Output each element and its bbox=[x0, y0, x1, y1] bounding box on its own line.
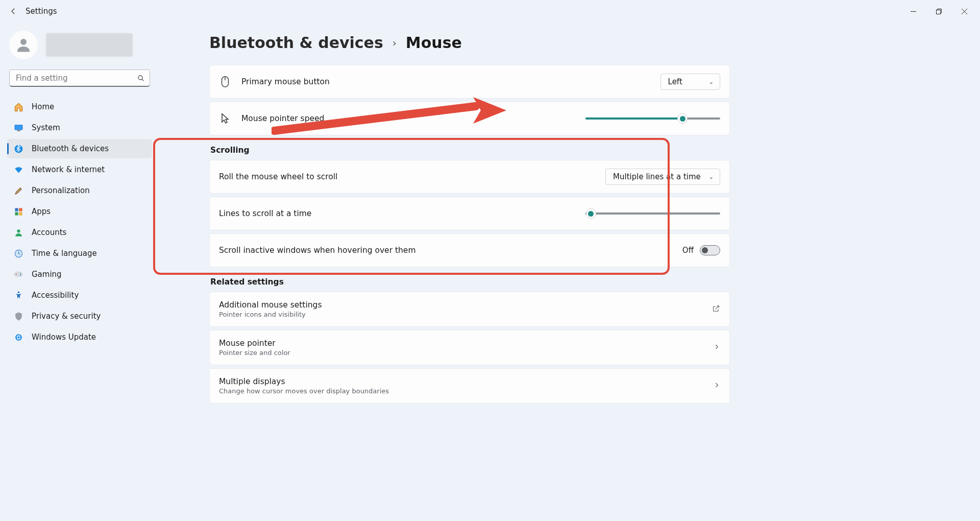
sidebar-item-label: Time & language bbox=[32, 249, 97, 258]
link-label: Additional mouse settings bbox=[219, 300, 712, 310]
wifi-icon bbox=[13, 164, 23, 175]
back-button[interactable] bbox=[4, 2, 22, 20]
setting-label: Roll the mouse wheel to scroll bbox=[219, 172, 605, 181]
setting-label: Primary mouse button bbox=[241, 77, 660, 86]
sidebar-item-label: System bbox=[32, 123, 60, 132]
search-container bbox=[9, 69, 150, 87]
sidebar-item-gaming[interactable]: Gaming bbox=[7, 265, 152, 284]
shield-icon bbox=[13, 311, 23, 321]
maximize-button[interactable] bbox=[927, 3, 950, 19]
lines-scroll-slider[interactable] bbox=[585, 208, 720, 219]
sidebar-item-apps[interactable]: Apps bbox=[7, 202, 152, 221]
sidebar: Home System Bluetooth & devices Network … bbox=[0, 22, 158, 521]
svg-rect-14 bbox=[19, 212, 22, 215]
toggle-state-label: Off bbox=[682, 246, 694, 255]
sidebar-item-home[interactable]: Home bbox=[7, 97, 152, 116]
chevron-right-icon: › bbox=[393, 37, 397, 49]
scroll-inactive-toggle[interactable] bbox=[700, 245, 720, 255]
svg-point-4 bbox=[20, 39, 27, 45]
avatar bbox=[9, 31, 38, 59]
sidebar-item-accessibility[interactable]: Accessibility bbox=[7, 286, 152, 305]
link-additional-mouse-settings[interactable]: Additional mouse settings Pointer icons … bbox=[209, 292, 730, 327]
sidebar-item-system[interactable]: System bbox=[7, 118, 152, 137]
sidebar-item-label: Apps bbox=[32, 207, 51, 216]
accounts-icon bbox=[13, 227, 23, 238]
setting-lines-to-scroll: Lines to scroll at a time bbox=[209, 197, 730, 230]
pointer-speed-slider[interactable] bbox=[585, 113, 720, 124]
sidebar-item-label: Home bbox=[32, 102, 54, 111]
breadcrumb: Bluetooth & devices › Mouse bbox=[209, 34, 730, 52]
svg-point-20 bbox=[20, 275, 21, 276]
link-sublabel: Pointer icons and visibility bbox=[219, 311, 712, 318]
sidebar-item-bluetooth[interactable]: Bluetooth & devices bbox=[7, 139, 152, 158]
clock-icon bbox=[13, 248, 23, 258]
setting-label: Mouse pointer speed bbox=[241, 114, 585, 123]
mouse-icon bbox=[219, 76, 231, 88]
sidebar-item-accounts[interactable]: Accounts bbox=[7, 223, 152, 242]
sidebar-item-personalization[interactable]: Personalization bbox=[7, 181, 152, 200]
setting-scroll-inactive: Scroll inactive windows when hovering ov… bbox=[209, 233, 730, 267]
gaming-icon bbox=[13, 269, 23, 279]
svg-rect-11 bbox=[15, 208, 18, 211]
title-bar: Settings bbox=[0, 0, 980, 22]
bluetooth-icon bbox=[13, 144, 23, 154]
breadcrumb-parent[interactable]: Bluetooth & devices bbox=[209, 34, 383, 52]
svg-point-22 bbox=[15, 334, 22, 341]
search-icon bbox=[137, 74, 145, 82]
sidebar-item-time[interactable]: Time & language bbox=[7, 244, 152, 263]
link-multiple-displays[interactable]: Multiple displays Change how cursor move… bbox=[209, 368, 730, 404]
svg-rect-8 bbox=[15, 125, 21, 129]
sidebar-item-label: Gaming bbox=[32, 270, 62, 279]
external-link-icon bbox=[712, 304, 720, 315]
chevron-right-icon bbox=[713, 343, 720, 352]
link-sublabel: Pointer size and color bbox=[219, 349, 713, 357]
primary-button-dropdown[interactable]: Left ⌄ bbox=[660, 74, 720, 90]
sidebar-item-privacy[interactable]: Privacy & security bbox=[7, 306, 152, 326]
setting-roll-wheel: Roll the mouse wheel to scroll Multiple … bbox=[209, 160, 730, 194]
sidebar-item-label: Bluetooth & devices bbox=[32, 144, 109, 153]
apps-icon bbox=[13, 206, 23, 217]
dropdown-value: Multiple lines at a time bbox=[613, 172, 701, 181]
system-icon bbox=[13, 123, 23, 133]
sidebar-item-update[interactable]: Windows Update bbox=[7, 327, 152, 347]
breadcrumb-current: Mouse bbox=[406, 34, 462, 52]
sidebar-item-label: Network & internet bbox=[32, 165, 105, 174]
chevron-down-icon: ⌄ bbox=[709, 174, 714, 180]
sidebar-item-label: Personalization bbox=[32, 186, 90, 195]
svg-point-19 bbox=[20, 273, 21, 274]
minimize-button[interactable] bbox=[901, 3, 925, 19]
cursor-icon bbox=[219, 112, 231, 125]
svg-point-17 bbox=[14, 271, 23, 277]
link-label: Mouse pointer bbox=[219, 339, 713, 348]
svg-rect-9 bbox=[17, 130, 20, 131]
svg-rect-13 bbox=[15, 212, 18, 215]
setting-pointer-speed: Mouse pointer speed bbox=[209, 102, 730, 135]
svg-point-5 bbox=[138, 76, 142, 80]
chevron-right-icon bbox=[713, 381, 720, 391]
svg-point-10 bbox=[14, 145, 22, 153]
accessibility-icon bbox=[13, 290, 23, 300]
main-content: Bluetooth & devices › Mouse Primary mous… bbox=[158, 22, 980, 521]
svg-point-21 bbox=[17, 291, 19, 293]
link-label: Multiple displays bbox=[219, 377, 713, 386]
link-sublabel: Change how cursor moves over display bou… bbox=[219, 387, 713, 395]
setting-label: Scroll inactive windows when hovering ov… bbox=[219, 246, 682, 255]
user-name-redacted bbox=[46, 33, 133, 57]
roll-wheel-dropdown[interactable]: Multiple lines at a time ⌄ bbox=[605, 169, 720, 185]
sidebar-item-label: Accounts bbox=[32, 228, 66, 237]
close-button[interactable] bbox=[952, 3, 976, 19]
nav-list: Home System Bluetooth & devices Network … bbox=[7, 97, 152, 347]
sidebar-item-network[interactable]: Network & internet bbox=[7, 160, 152, 179]
svg-rect-12 bbox=[19, 208, 22, 211]
chevron-down-icon: ⌄ bbox=[709, 79, 714, 85]
section-related-header: Related settings bbox=[210, 277, 730, 287]
user-profile[interactable] bbox=[7, 29, 152, 69]
svg-point-18 bbox=[16, 274, 17, 275]
svg-line-6 bbox=[142, 79, 143, 81]
link-mouse-pointer[interactable]: Mouse pointer Pointer size and color bbox=[209, 330, 730, 365]
section-scrolling-header: Scrolling bbox=[210, 146, 730, 155]
svg-rect-1 bbox=[936, 10, 940, 14]
sidebar-item-label: Accessibility bbox=[32, 291, 79, 300]
search-input[interactable] bbox=[9, 69, 150, 87]
sidebar-item-label: Privacy & security bbox=[32, 312, 101, 321]
